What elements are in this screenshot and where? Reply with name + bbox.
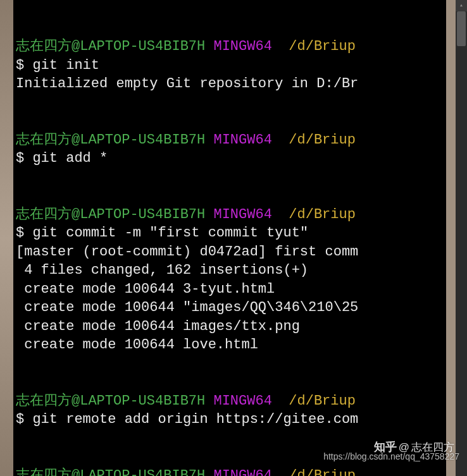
command-line: $ git init — [16, 58, 99, 73]
prompt-dollar: $ — [16, 58, 32, 73]
blank-line — [16, 169, 24, 185]
prompt-env: MINGW64 — [213, 393, 271, 409]
output-line: create mode 100644 images/ttx.png — [16, 319, 300, 334]
prompt-at: @ — [72, 39, 80, 54]
blank-line — [16, 95, 24, 111]
output-line: Initialized empty Git repository in D:/B… — [16, 76, 358, 92]
git-bash-terminal[interactable]: 志在四方@LAPTOP-US4BIB7H MINGW64 /d/Briup $ … — [13, 0, 446, 476]
command-text: git init — [32, 58, 99, 73]
prompt-path: /d/Briup — [289, 39, 356, 54]
prompt-user: 志在四方 — [16, 393, 72, 409]
command-line: $ git remote add origin https://gitee.co… — [16, 412, 358, 427]
prompt-host: LAPTOP-US4BIB7H — [80, 207, 205, 223]
prompt-env: MINGW64 — [213, 132, 271, 148]
scrollbar-thumb[interactable] — [457, 11, 466, 46]
prompt-line: 志在四方@LAPTOP-US4BIB7H MINGW64 /d/Briup — [16, 132, 356, 148]
prompt-path: /d/Briup — [289, 132, 356, 148]
terminal-block-1: 志在四方@LAPTOP-US4BIB7H MINGW64 /d/Briup $ … — [16, 19, 444, 113]
prompt-at: @ — [72, 393, 80, 409]
prompt-host: LAPTOP-US4BIB7H — [80, 468, 205, 477]
prompt-at: @ — [72, 132, 80, 148]
blank-line — [16, 430, 24, 446]
output-line: create mode 100644 "images/QQ\346\210\25 — [16, 300, 358, 315]
prompt-dollar: $ — [16, 225, 32, 241]
prompt-env: MINGW64 — [213, 39, 271, 54]
command-text: git add * — [32, 150, 108, 166]
prompt-at: @ — [72, 207, 80, 223]
prompt-host: LAPTOP-US4BIB7H — [80, 132, 205, 148]
blank-line — [16, 356, 24, 372]
prompt-line: 志在四方@LAPTOP-US4BIB7H MINGW64 /d/Briup — [16, 207, 356, 223]
command-text: git commit -m "first commit tyut" — [32, 225, 308, 241]
csdn-watermark-url: https://blog.csdn.net/qq_43758227 — [323, 448, 459, 467]
prompt-path: /d/Briup — [289, 468, 356, 477]
prompt-host: LAPTOP-US4BIB7H — [80, 39, 205, 54]
output-line: [master (root-commit) d0472ad] first com… — [16, 244, 358, 260]
prompt-host: LAPTOP-US4BIB7H — [80, 393, 205, 409]
prompt-user: 志在四方 — [16, 468, 72, 477]
command-line: $ git commit -m "first commit tyut" — [16, 225, 308, 241]
prompt-at: @ — [72, 468, 80, 477]
terminal-block-3: 志在四方@LAPTOP-US4BIB7H MINGW64 /d/Briup $ … — [16, 186, 444, 373]
prompt-dollar: $ — [16, 412, 32, 427]
prompt-path: /d/Briup — [289, 393, 356, 409]
prompt-line: 志在四方@LAPTOP-US4BIB7H MINGW64 /d/Briup — [16, 468, 356, 477]
prompt-line: 志在四方@LAPTOP-US4BIB7H MINGW64 /d/Briup — [16, 39, 356, 54]
scrollbar-track[interactable]: ▴ — [456, 0, 467, 476]
left-background-edge — [0, 0, 13, 476]
prompt-env: MINGW64 — [213, 468, 271, 477]
prompt-path: /d/Briup — [289, 207, 356, 223]
prompt-dollar: $ — [16, 150, 32, 166]
command-text: git remote add origin https://gitee.com — [32, 412, 358, 427]
output-line: create mode 100644 love.html — [16, 337, 258, 353]
scrollbar-up-button[interactable]: ▴ — [456, 0, 467, 11]
prompt-user: 志在四方 — [16, 39, 72, 54]
command-line: $ git add * — [16, 150, 108, 166]
output-line: 4 files changed, 162 insertions(+) — [16, 262, 308, 278]
terminal-block-4: 志在四方@LAPTOP-US4BIB7H MINGW64 /d/Briup $ … — [16, 373, 444, 448]
prompt-user: 志在四方 — [16, 132, 72, 148]
output-line: create mode 100644 3-tyut.html — [16, 281, 275, 297]
prompt-line: 志在四方@LAPTOP-US4BIB7H MINGW64 /d/Briup — [16, 393, 356, 409]
prompt-user: 志在四方 — [16, 207, 72, 223]
prompt-env: MINGW64 — [213, 207, 271, 223]
terminal-block-2: 志在四方@LAPTOP-US4BIB7H MINGW64 /d/Briup $ … — [16, 112, 444, 186]
